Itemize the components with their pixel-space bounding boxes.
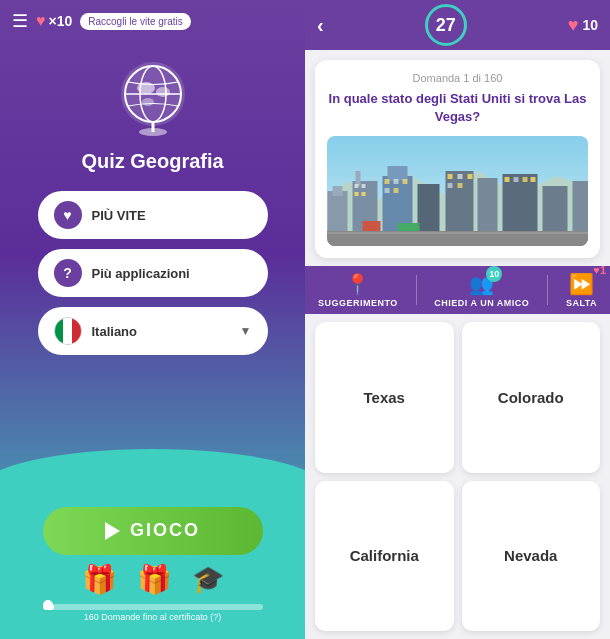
dropdown-arrow-icon: ▼ bbox=[240, 324, 252, 338]
question-image bbox=[327, 136, 588, 246]
gift1-icon: 🎁 bbox=[82, 563, 117, 596]
skip-action[interactable]: ⏩ ♥1 SALTA bbox=[566, 272, 597, 308]
progress-bar-bg bbox=[43, 604, 263, 610]
more-lives-button[interactable]: ♥ PIÙ VITE bbox=[38, 191, 268, 239]
play-button[interactable]: GIOCO bbox=[43, 507, 263, 555]
ask-friend-label: CHIEDI A UN AMICO bbox=[434, 298, 529, 308]
svg-rect-43 bbox=[363, 221, 381, 231]
play-triangle-icon bbox=[105, 522, 120, 540]
divider-1 bbox=[416, 275, 417, 305]
skip-heart-label: ♥1 bbox=[593, 264, 606, 276]
apps-btn-icon: ? bbox=[54, 259, 82, 287]
svg-rect-35 bbox=[448, 183, 453, 188]
svg-rect-12 bbox=[333, 186, 343, 196]
hamburger-icon[interactable]: ☰ bbox=[12, 10, 28, 32]
flag-icon bbox=[54, 317, 82, 345]
timer-circle: 27 bbox=[425, 4, 467, 46]
svg-rect-37 bbox=[505, 177, 510, 182]
left-panel: ☰ ♥ ×10 Raccogli le vite gratis Q bbox=[0, 0, 305, 639]
skip-icon-wrap: ⏩ ♥1 bbox=[569, 272, 594, 296]
heart-btn-icon: ♥ bbox=[54, 201, 82, 229]
svg-rect-31 bbox=[394, 188, 399, 193]
gift2-icon: 🎁 bbox=[137, 563, 172, 596]
hint-icon: 📍 bbox=[345, 272, 370, 296]
globe-icon bbox=[108, 52, 198, 142]
svg-rect-36 bbox=[458, 183, 463, 188]
action-bar: 📍 SUGGERIMENTO 10 👥 CHIEDI A UN AMICO ⏩ … bbox=[305, 266, 610, 314]
svg-point-6 bbox=[142, 98, 154, 106]
timer-value: 27 bbox=[436, 15, 456, 36]
lives-count: ×10 bbox=[49, 13, 73, 29]
back-button[interactable]: ‹ bbox=[317, 14, 324, 37]
hint-icon-wrap: 📍 bbox=[345, 272, 370, 296]
hint-label: SUGGERIMENTO bbox=[318, 298, 398, 308]
svg-rect-28 bbox=[394, 179, 399, 184]
right-panel: ‹ 27 ♥ 10 Domanda 1 di 160 In quale stat… bbox=[305, 0, 610, 639]
ask-friend-badge: 10 bbox=[486, 266, 502, 282]
app-title: Quiz Geografia bbox=[81, 150, 223, 173]
svg-rect-44 bbox=[398, 223, 420, 231]
svg-point-5 bbox=[156, 87, 170, 97]
svg-rect-16 bbox=[388, 166, 408, 181]
svg-rect-25 bbox=[355, 192, 359, 196]
language-button[interactable]: Italiano ▼ bbox=[38, 307, 268, 355]
globe-container bbox=[108, 52, 198, 142]
svg-point-8 bbox=[139, 128, 167, 136]
graduation-cap-icon: 🎓 bbox=[192, 564, 224, 595]
hint-action[interactable]: 📍 SUGGERIMENTO bbox=[318, 272, 398, 308]
language-label: Italiano bbox=[92, 324, 138, 339]
ask-friend-icon-wrap: 10 👥 bbox=[469, 272, 494, 296]
svg-rect-23 bbox=[355, 184, 359, 188]
svg-rect-14 bbox=[356, 171, 361, 186]
answer-california[interactable]: California bbox=[315, 481, 454, 631]
menu-buttons: ♥ PIÙ VITE ? Più applicazioni Italiano ▼ bbox=[38, 191, 268, 355]
svg-rect-38 bbox=[514, 177, 519, 182]
svg-rect-27 bbox=[385, 179, 390, 184]
answers-grid: Texas Colorado California Nevada bbox=[305, 314, 610, 639]
progress-bar-container: 160 Domande fino al certificato (?) bbox=[43, 604, 263, 622]
question-card: Domanda 1 di 160 In quale stato degli St… bbox=[315, 60, 600, 258]
more-lives-label: PIÙ VITE bbox=[92, 208, 146, 223]
heart-icon: ♥ bbox=[36, 12, 46, 30]
svg-rect-26 bbox=[362, 192, 366, 196]
score-container: ♥ 10 bbox=[568, 15, 598, 36]
svg-rect-24 bbox=[362, 184, 366, 188]
top-bar-right: ‹ 27 ♥ 10 bbox=[305, 0, 610, 50]
svg-rect-29 bbox=[403, 179, 408, 184]
lives-container: ♥ ×10 bbox=[36, 12, 72, 30]
svg-rect-40 bbox=[531, 177, 536, 182]
bottom-section: GIOCO 🎁 🎁 🎓 160 Domande fino al certific… bbox=[0, 489, 305, 639]
divider-2 bbox=[547, 275, 548, 305]
ask-friend-action[interactable]: 10 👥 CHIEDI A UN AMICO bbox=[434, 272, 529, 308]
score-value: 10 bbox=[582, 17, 598, 33]
svg-rect-34 bbox=[468, 174, 473, 179]
answer-nevada[interactable]: Nevada bbox=[462, 481, 601, 631]
svg-rect-33 bbox=[458, 174, 463, 179]
skip-icon: ⏩ bbox=[569, 272, 594, 296]
gift-row: 🎁 🎁 🎓 bbox=[82, 563, 224, 596]
svg-rect-30 bbox=[385, 188, 390, 193]
progress-label: 160 Domande fino al certificato (?) bbox=[43, 612, 263, 622]
svg-rect-39 bbox=[523, 177, 528, 182]
progress-dot bbox=[43, 600, 53, 610]
skip-label: SALTA bbox=[566, 298, 597, 308]
collect-lives-button[interactable]: Raccogli le vite gratis bbox=[80, 13, 190, 30]
question-text: In quale stato degli Stati Uniti si trov… bbox=[327, 90, 588, 126]
question-counter: Domanda 1 di 160 bbox=[327, 72, 588, 84]
score-heart-icon: ♥ bbox=[568, 15, 579, 36]
svg-rect-42 bbox=[327, 232, 588, 234]
answer-colorado[interactable]: Colorado bbox=[462, 322, 601, 472]
play-label: GIOCO bbox=[130, 520, 200, 541]
answer-texas[interactable]: Texas bbox=[315, 322, 454, 472]
more-apps-button[interactable]: ? Più applicazioni bbox=[38, 249, 268, 297]
more-apps-label: Più applicazioni bbox=[92, 266, 190, 281]
top-bar-left: ☰ ♥ ×10 Raccogli le vite gratis bbox=[0, 0, 305, 42]
svg-rect-32 bbox=[448, 174, 453, 179]
svg-point-4 bbox=[137, 82, 155, 94]
